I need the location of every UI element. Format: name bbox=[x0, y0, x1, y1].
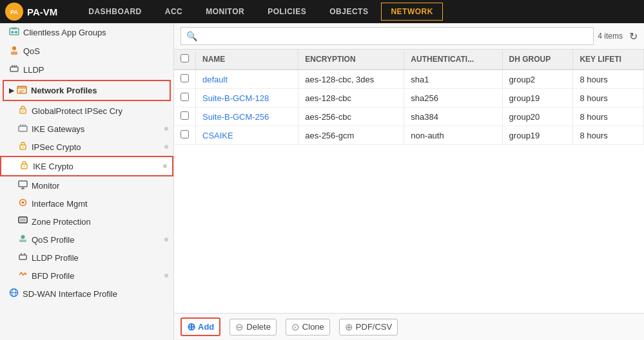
table-body: default aes-128-cbc, 3des sha1 group2 8 … bbox=[174, 70, 644, 145]
row-name[interactable]: default bbox=[196, 70, 298, 89]
sidebar-item-zone-protection-label: Zone Protection bbox=[32, 217, 91, 227]
qos-icon bbox=[9, 45, 19, 57]
col-header-name: NAME bbox=[196, 50, 298, 70]
add-button[interactable]: ⊕ Add bbox=[181, 317, 220, 336]
svg-rect-9 bbox=[10, 67, 18, 71]
row-checkbox[interactable] bbox=[181, 111, 189, 120]
svg-point-4 bbox=[11, 31, 14, 33]
table-wrap: NAME ENCRYPTION AUTHENTICATI... DH GROUP… bbox=[174, 50, 644, 313]
sidebar-item-ike-crypto[interactable]: IKE Crypto bbox=[0, 156, 173, 176]
row-authentication: non-auth bbox=[404, 126, 502, 145]
row-name[interactable]: CSAIKE bbox=[196, 126, 298, 145]
row-checkbox-cell[interactable] bbox=[174, 70, 196, 89]
app-title: PA-VM bbox=[27, 6, 57, 17]
refresh-button[interactable]: ↻ bbox=[629, 30, 638, 42]
sidebar-item-ipsec-crypto-label: IPSec Crypto bbox=[32, 142, 81, 152]
pdf-csv-label: PDF/CSV bbox=[356, 322, 392, 332]
clone-button[interactable]: ⊙ Clone bbox=[286, 319, 330, 335]
row-checkbox-cell[interactable] bbox=[174, 89, 196, 108]
table-header: NAME ENCRYPTION AUTHENTICATI... DH GROUP… bbox=[174, 50, 644, 70]
interface-mgmt-icon bbox=[18, 198, 28, 209]
ike-gateways-dot bbox=[164, 127, 168, 131]
sidebar-item-globalprotect-ipsec[interactable]: GlobalProtect IPSec Cry bbox=[0, 102, 173, 120]
row-checkbox[interactable] bbox=[181, 74, 189, 82]
sidebar-item-ipsec-crypto[interactable]: IPSec Crypto bbox=[0, 138, 173, 156]
sidebar-item-lldp[interactable]: LLDP bbox=[0, 61, 173, 79]
svg-point-34 bbox=[21, 235, 25, 239]
sidebar-item-network-profiles-label: Network Profiles bbox=[31, 86, 97, 95]
svg-rect-3 bbox=[12, 27, 17, 30]
top-navigation: PA PA-VM DASHBOARD ACC MONITOR POLICIES … bbox=[0, 0, 644, 23]
item-count: 4 items bbox=[598, 32, 623, 41]
row-dh-group: group19 bbox=[502, 89, 573, 108]
svg-point-7 bbox=[12, 46, 16, 50]
row-dh-group: group20 bbox=[502, 108, 573, 126]
bfd-profile-dot bbox=[164, 274, 168, 278]
nav-objects[interactable]: OBJECTS bbox=[318, 0, 380, 23]
ike-gateways-icon bbox=[18, 123, 28, 135]
svg-rect-19 bbox=[19, 126, 27, 131]
nav-policies[interactable]: POLICIES bbox=[256, 0, 318, 23]
sidebar-section-network-profiles[interactable]: ▶ Network Profiles bbox=[3, 80, 171, 101]
qos-profile-icon bbox=[18, 234, 28, 245]
row-authentication: sha384 bbox=[404, 108, 502, 126]
header-checkbox-cell[interactable] bbox=[174, 50, 196, 70]
row-key-lifetime: 8 hours bbox=[573, 126, 644, 145]
svg-point-5 bbox=[15, 31, 17, 33]
sidebar-item-lldp-profile[interactable]: LLDP Profile bbox=[0, 249, 173, 267]
sidebar-item-sdwan-interface-profile[interactable]: SD-WAN Interface Profile bbox=[0, 285, 173, 303]
lldp-profile-icon bbox=[18, 252, 28, 263]
col-header-authentication: AUTHENTICATI... bbox=[404, 50, 502, 70]
select-all-checkbox[interactable] bbox=[181, 54, 189, 62]
row-checkbox[interactable] bbox=[181, 130, 189, 138]
row-checkbox[interactable] bbox=[181, 93, 189, 101]
sdwan-interface-profile-icon bbox=[9, 288, 19, 299]
svg-rect-8 bbox=[11, 52, 17, 55]
row-authentication: sha1 bbox=[404, 70, 502, 89]
svg-rect-35 bbox=[19, 240, 26, 242]
nav-dashboard[interactable]: DASHBOARD bbox=[77, 0, 153, 23]
row-key-lifetime: 8 hours bbox=[573, 89, 644, 108]
sidebar-item-qos-profile[interactable]: QoS Profile bbox=[0, 231, 173, 249]
col-header-key-lifetime: KEY LIFETI bbox=[573, 50, 644, 70]
sidebar-item-interface-mgmt[interactable]: Interface Mgmt bbox=[0, 194, 173, 212]
network-profiles-icon bbox=[17, 84, 27, 97]
row-authentication: sha256 bbox=[404, 89, 502, 108]
delete-label: Delete bbox=[246, 322, 271, 332]
row-name[interactable]: Suite-B-GCM-256 bbox=[196, 108, 298, 126]
svg-point-18 bbox=[23, 111, 24, 112]
delete-button[interactable]: ⊖ Delete bbox=[229, 319, 277, 335]
sidebar-item-clientless-app-groups-label: Clientless App Groups bbox=[23, 28, 106, 37]
row-checkbox-cell[interactable] bbox=[174, 126, 196, 145]
nav-monitor[interactable]: MONITOR bbox=[194, 0, 256, 23]
row-checkbox-cell[interactable] bbox=[174, 108, 196, 126]
svg-rect-27 bbox=[19, 181, 27, 187]
svg-point-24 bbox=[23, 147, 24, 148]
delete-icon: ⊖ bbox=[235, 321, 244, 333]
nav-network[interactable]: NETWORK bbox=[381, 3, 443, 21]
app-logo[interactable]: PA PA-VM bbox=[5, 3, 57, 21]
svg-point-26 bbox=[24, 166, 25, 167]
row-name[interactable]: Suite-B-GCM-128 bbox=[196, 89, 298, 108]
sidebar-item-lldp-profile-label: LLDP Profile bbox=[32, 253, 79, 263]
sidebar-item-qos-label: QoS bbox=[23, 46, 40, 56]
sidebar-item-qos-profile-label: QoS Profile bbox=[32, 235, 74, 245]
table-row: CSAIKE aes-256-gcm non-auth group19 8 ho… bbox=[174, 126, 644, 145]
row-encryption: aes-128-cbc, 3des bbox=[298, 70, 404, 89]
sidebar-item-clientless-app-groups[interactable]: Clientless App Groups bbox=[0, 23, 173, 42]
sidebar-item-zone-protection[interactable]: Zone Protection bbox=[0, 212, 173, 231]
nav-acc[interactable]: ACC bbox=[153, 0, 195, 23]
sidebar-item-qos[interactable]: QoS bbox=[0, 42, 173, 61]
sidebar-item-monitor[interactable]: Monitor bbox=[0, 176, 173, 194]
pdf-csv-icon: ⊕ bbox=[345, 321, 353, 333]
search-box[interactable]: 🔍 bbox=[181, 27, 594, 45]
pdf-csv-button[interactable]: ⊕ PDF/CSV bbox=[339, 319, 398, 335]
zone-protection-icon bbox=[18, 216, 28, 227]
bottom-bar: ⊕ Add ⊖ Delete ⊙ Clone ⊕ PDF/CSV bbox=[174, 313, 644, 340]
clientless-app-groups-icon bbox=[9, 26, 19, 39]
search-input[interactable] bbox=[201, 32, 588, 41]
table-row: Suite-B-GCM-128 aes-128-cbc sha256 group… bbox=[174, 89, 644, 108]
sidebar-item-bfd-profile[interactable]: BFD Profile bbox=[0, 267, 173, 285]
col-header-dh-group: DH GROUP bbox=[502, 50, 573, 70]
sidebar-item-ike-gateways[interactable]: IKE Gateways bbox=[0, 120, 173, 138]
